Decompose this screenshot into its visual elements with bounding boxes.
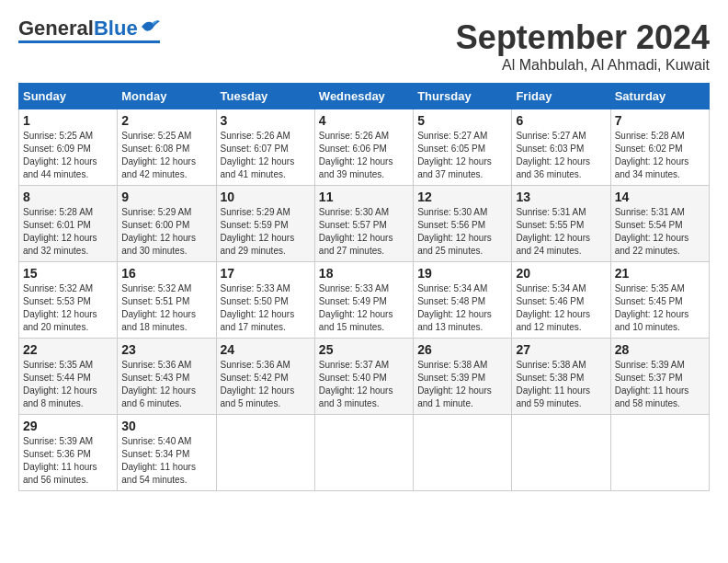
calendar-table: Sunday Monday Tuesday Wednesday Thursday… — [18, 83, 710, 491]
day-number: 20 — [516, 266, 606, 281]
calendar-cell: 23 Sunrise: 5:36 AMSunset: 5:43 PMDaylig… — [118, 339, 216, 415]
calendar-cell: 16 Sunrise: 5:32 AMSunset: 5:51 PMDaylig… — [118, 262, 216, 339]
day-info: Sunrise: 5:37 AMSunset: 5:40 PMDaylight:… — [319, 360, 393, 408]
day-number: 18 — [319, 266, 409, 281]
calendar-cell: 28 Sunrise: 5:39 AMSunset: 5:37 PMDaylig… — [610, 339, 709, 415]
col-sunday: Sunday — [19, 84, 118, 109]
calendar-cell: 22 Sunrise: 5:35 AMSunset: 5:44 PMDaylig… — [19, 339, 118, 415]
day-info: Sunrise: 5:26 AMSunset: 6:07 PMDaylight:… — [221, 131, 295, 179]
day-info: Sunrise: 5:31 AMSunset: 5:54 PMDaylight:… — [615, 207, 689, 256]
calendar-cell: 19 Sunrise: 5:34 AMSunset: 5:48 PMDaylig… — [414, 262, 512, 339]
day-number: 6 — [516, 113, 606, 128]
calendar-cell: 30 Sunrise: 5:40 AMSunset: 5:34 PMDaylig… — [118, 415, 216, 491]
day-number: 2 — [121, 113, 211, 128]
day-info: Sunrise: 5:36 AMSunset: 5:43 PMDaylight:… — [121, 360, 196, 408]
day-number: 10 — [221, 190, 311, 204]
location-title: Al Mahbulah, Al Ahmadi, Kuwait — [456, 57, 710, 74]
col-tuesday: Tuesday — [216, 84, 314, 109]
col-wednesday: Wednesday — [314, 84, 413, 109]
calendar-cell: 13 Sunrise: 5:31 AMSunset: 5:55 PMDaylig… — [512, 186, 610, 262]
calendar-week-row: 1 Sunrise: 5:25 AMSunset: 6:09 PMDayligh… — [19, 109, 710, 186]
calendar-cell: 8 Sunrise: 5:28 AMSunset: 6:01 PMDayligh… — [19, 186, 118, 262]
day-info: Sunrise: 5:35 AMSunset: 5:45 PMDaylight:… — [615, 283, 689, 332]
day-info: Sunrise: 5:33 AMSunset: 5:50 PMDaylight:… — [221, 283, 295, 332]
day-number: 30 — [121, 419, 211, 433]
logo: GeneralBlue — [18, 18, 160, 43]
day-info: Sunrise: 5:29 AMSunset: 5:59 PMDaylight:… — [221, 207, 295, 256]
day-number: 28 — [615, 342, 705, 357]
calendar-cell: 17 Sunrise: 5:33 AMSunset: 5:50 PMDaylig… — [216, 262, 314, 339]
day-info: Sunrise: 5:35 AMSunset: 5:44 PMDaylight:… — [23, 360, 97, 408]
day-number: 24 — [221, 342, 311, 357]
day-info: Sunrise: 5:32 AMSunset: 5:53 PMDaylight:… — [23, 283, 97, 332]
calendar-cell: 20 Sunrise: 5:34 AMSunset: 5:46 PMDaylig… — [512, 262, 610, 339]
calendar-cell: 26 Sunrise: 5:38 AMSunset: 5:39 PMDaylig… — [414, 339, 512, 415]
page-header: GeneralBlue September 2024 Al Mahbulah, … — [18, 18, 710, 74]
day-number: 7 — [615, 113, 705, 128]
day-info: Sunrise: 5:25 AMSunset: 6:09 PMDaylight:… — [23, 131, 97, 179]
day-number: 26 — [417, 342, 507, 357]
day-info: Sunrise: 5:26 AMSunset: 6:06 PMDaylight:… — [319, 131, 393, 179]
bird-icon — [140, 17, 160, 36]
day-info: Sunrise: 5:25 AMSunset: 6:08 PMDaylight:… — [121, 131, 196, 179]
calendar-cell: 27 Sunrise: 5:38 AMSunset: 5:38 PMDaylig… — [512, 339, 610, 415]
day-info: Sunrise: 5:34 AMSunset: 5:48 PMDaylight:… — [417, 283, 492, 332]
day-info: Sunrise: 5:40 AMSunset: 5:34 PMDaylight:… — [121, 436, 196, 485]
calendar-cell: 15 Sunrise: 5:32 AMSunset: 5:53 PMDaylig… — [19, 262, 118, 339]
day-info: Sunrise: 5:30 AMSunset: 5:57 PMDaylight:… — [319, 207, 393, 256]
day-info: Sunrise: 5:32 AMSunset: 5:51 PMDaylight:… — [121, 283, 196, 332]
day-number: 11 — [319, 190, 409, 204]
calendar-cell: 24 Sunrise: 5:36 AMSunset: 5:42 PMDaylig… — [216, 339, 314, 415]
calendar-cell: 4 Sunrise: 5:26 AMSunset: 6:06 PMDayligh… — [314, 109, 413, 186]
calendar-cell: 29 Sunrise: 5:39 AMSunset: 5:36 PMDaylig… — [19, 415, 118, 491]
logo-underline — [18, 40, 160, 43]
day-number: 5 — [417, 113, 507, 128]
month-title: September 2024 — [456, 18, 710, 57]
day-number: 25 — [319, 342, 409, 357]
col-friday: Friday — [512, 84, 610, 109]
calendar-week-row: 15 Sunrise: 5:32 AMSunset: 5:53 PMDaylig… — [19, 262, 710, 339]
logo-text: GeneralBlue — [18, 18, 138, 39]
day-number: 19 — [417, 266, 507, 281]
day-number: 23 — [121, 342, 211, 357]
day-info: Sunrise: 5:29 AMSunset: 6:00 PMDaylight:… — [121, 207, 196, 256]
calendar-cell: 11 Sunrise: 5:30 AMSunset: 5:57 PMDaylig… — [314, 186, 413, 262]
day-info: Sunrise: 5:30 AMSunset: 5:56 PMDaylight:… — [417, 207, 492, 256]
day-info: Sunrise: 5:36 AMSunset: 5:42 PMDaylight:… — [221, 360, 295, 408]
day-number: 22 — [23, 342, 113, 357]
day-info: Sunrise: 5:38 AMSunset: 5:38 PMDaylight:… — [516, 360, 590, 408]
calendar-cell — [512, 415, 610, 491]
day-info: Sunrise: 5:31 AMSunset: 5:55 PMDaylight:… — [516, 207, 590, 256]
calendar-cell: 18 Sunrise: 5:33 AMSunset: 5:49 PMDaylig… — [314, 262, 413, 339]
col-saturday: Saturday — [610, 84, 709, 109]
calendar-cell — [216, 415, 314, 491]
day-info: Sunrise: 5:27 AMSunset: 6:05 PMDaylight:… — [417, 131, 492, 179]
day-info: Sunrise: 5:39 AMSunset: 5:37 PMDaylight:… — [615, 360, 689, 408]
day-number: 14 — [615, 190, 705, 204]
calendar-cell: 3 Sunrise: 5:26 AMSunset: 6:07 PMDayligh… — [216, 109, 314, 186]
day-info: Sunrise: 5:28 AMSunset: 6:02 PMDaylight:… — [615, 131, 689, 179]
day-number: 8 — [23, 190, 113, 204]
calendar-week-row: 29 Sunrise: 5:39 AMSunset: 5:36 PMDaylig… — [19, 415, 710, 491]
calendar-cell: 2 Sunrise: 5:25 AMSunset: 6:08 PMDayligh… — [118, 109, 216, 186]
calendar-header-row: Sunday Monday Tuesday Wednesday Thursday… — [19, 84, 710, 109]
day-info: Sunrise: 5:33 AMSunset: 5:49 PMDaylight:… — [319, 283, 393, 332]
title-area: September 2024 Al Mahbulah, Al Ahmadi, K… — [456, 18, 710, 74]
calendar-cell: 7 Sunrise: 5:28 AMSunset: 6:02 PMDayligh… — [610, 109, 709, 186]
calendar-cell: 9 Sunrise: 5:29 AMSunset: 6:00 PMDayligh… — [118, 186, 216, 262]
calendar-cell: 12 Sunrise: 5:30 AMSunset: 5:56 PMDaylig… — [414, 186, 512, 262]
calendar-cell: 6 Sunrise: 5:27 AMSunset: 6:03 PMDayligh… — [512, 109, 610, 186]
calendar-week-row: 22 Sunrise: 5:35 AMSunset: 5:44 PMDaylig… — [19, 339, 710, 415]
day-info: Sunrise: 5:39 AMSunset: 5:36 PMDaylight:… — [23, 436, 97, 485]
day-number: 17 — [221, 266, 311, 281]
calendar-cell — [414, 415, 512, 491]
day-number: 12 — [417, 190, 507, 204]
day-number: 3 — [221, 113, 311, 128]
day-info: Sunrise: 5:28 AMSunset: 6:01 PMDaylight:… — [23, 207, 97, 256]
day-info: Sunrise: 5:34 AMSunset: 5:46 PMDaylight:… — [516, 283, 590, 332]
day-info: Sunrise: 5:38 AMSunset: 5:39 PMDaylight:… — [417, 360, 492, 408]
day-number: 4 — [319, 113, 409, 128]
calendar-cell — [314, 415, 413, 491]
calendar-week-row: 8 Sunrise: 5:28 AMSunset: 6:01 PMDayligh… — [19, 186, 710, 262]
day-number: 15 — [23, 266, 113, 281]
